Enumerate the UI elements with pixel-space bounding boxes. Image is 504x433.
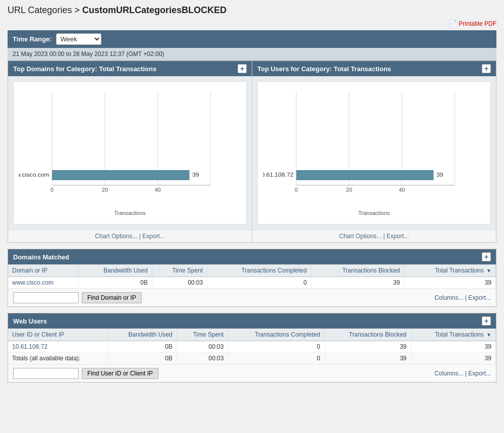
web-users-header: Web Users + — [8, 313, 496, 329]
totals-label-cell: Totals (all available data): — [8, 353, 108, 364]
totals-row: Totals (all available data): 0B 00:03 0 … — [8, 353, 496, 364]
table-row: 10.61.108.72 0B 00:03 0 39 39 — [8, 341, 496, 353]
domains-find-right: Columns... | Export... — [434, 294, 491, 301]
top-domains-chart-options-bar: Chart Options... | Export... — [8, 230, 252, 242]
tx-blocked-cell: 39 — [311, 277, 405, 289]
users-col-time: Time Spent — [177, 329, 228, 341]
domains-col-tx-completed: Transactions Completed — [207, 264, 311, 277]
domains-col-total-tx[interactable]: Total Transactions ▼ — [404, 264, 495, 277]
totals-time-cell: 00:03 — [177, 353, 228, 364]
domains-col-time: Time Spent — [152, 264, 207, 277]
svg-text:www.cisco.com: www.cisco.com — [19, 172, 49, 177]
svg-text:20: 20 — [346, 187, 352, 192]
user-link[interactable]: 10.61.108.72 — [12, 343, 47, 350]
svg-text:40: 40 — [399, 187, 405, 192]
page-title: URL Categories > CustomURLCategoriesBLOC… — [8, 5, 496, 16]
table-row: www.cisco.com 0B 00:03 0 39 39 — [8, 277, 496, 289]
date-range-bar: 21 May 2023 00:00 to 28 May 2023 12:37 (… — [8, 48, 496, 61]
svg-text:10.61.108.72: 10.61.108.72 — [263, 172, 294, 177]
top-domains-export-link[interactable]: Export... — [142, 233, 165, 240]
domains-matched-header: Domains Matched + — [8, 249, 496, 264]
users-col-tx-completed: Transactions Completed — [228, 329, 324, 341]
pdf-icon: 📄 — [449, 20, 457, 27]
top-users-chart-x-label: Transactions — [263, 208, 485, 219]
domains-col-bandwidth: Bandwidth Used — [78, 264, 152, 277]
time-range-label: Time Range: — [13, 35, 52, 43]
domains-find-left: Find Domain or IP — [13, 292, 142, 303]
time-range-bar: Time Range: Day Week Month Year — [8, 30, 496, 48]
users-find-bar: Find User ID or Client IP Columns... | E… — [8, 364, 496, 382]
domains-export-link[interactable]: Export... — [468, 294, 491, 301]
find-user-button[interactable]: Find User ID or Client IP — [82, 368, 158, 379]
sort-arrow-icon: ▼ — [486, 268, 491, 274]
top-users-chart-panel: Top Users for Category: Total Transactio… — [252, 61, 496, 242]
web-users-table: User ID or Client IP Bandwidth Used Time… — [8, 329, 496, 364]
domains-col-domain: Domain or IP — [8, 264, 78, 277]
users-col-tx-blocked: Transactions Blocked — [324, 329, 411, 341]
time-cell: 00:03 — [152, 277, 207, 289]
svg-text:40: 40 — [154, 187, 160, 192]
svg-text:0: 0 — [50, 187, 53, 192]
svg-text:0: 0 — [295, 187, 298, 192]
top-users-chart-header: Top Users for Category: Total Transactio… — [252, 61, 496, 76]
domain-link[interactable]: www.cisco.com — [12, 279, 53, 286]
top-domains-chart-svg: www.cisco.com 39 0 20 40 — [19, 87, 241, 208]
top-users-chart-inner: 10.61.108.72 39 0 20 40 — [263, 87, 485, 208]
total-tx-cell: 39 — [404, 277, 495, 289]
web-users-section: Web Users + User ID or Client IP Bandwid… — [8, 313, 496, 383]
totals-tx-blocked-cell: 39 — [324, 353, 411, 364]
user-cell: 10.61.108.72 — [8, 341, 108, 353]
top-users-chart-area: 10.61.108.72 39 0 20 40 Transactions — [257, 81, 491, 225]
user-bandwidth-cell: 0B — [108, 341, 177, 353]
domain-cell: www.cisco.com — [8, 277, 78, 289]
find-domain-input[interactable] — [13, 292, 79, 303]
user-tx-blocked-cell: 39 — [324, 341, 411, 353]
tx-completed-cell: 0 — [207, 277, 311, 289]
top-users-export-link[interactable]: Export... — [386, 233, 409, 240]
top-users-chart-options-link[interactable]: Chart Options... — [339, 233, 381, 240]
web-users-expand-button[interactable]: + — [482, 316, 491, 326]
users-col-user: User ID or Client IP — [8, 329, 108, 341]
printable-pdf-link[interactable]: Printable PDF — [459, 20, 496, 27]
find-domain-button[interactable]: Find Domain or IP — [82, 292, 142, 303]
svg-rect-15 — [296, 170, 433, 180]
charts-section: Top Domains for Category: Total Transact… — [8, 61, 496, 243]
bandwidth-cell: 0B — [78, 277, 152, 289]
top-domains-chart-x-label: Transactions — [19, 208, 241, 219]
printable-pdf-bar: 📄 Printable PDF — [8, 20, 496, 27]
users-col-bandwidth: Bandwidth Used — [108, 329, 177, 341]
user-time-cell: 00:03 — [177, 341, 228, 353]
top-domains-chart-inner: www.cisco.com 39 0 20 40 — [19, 87, 241, 208]
top-domains-chart-area: www.cisco.com 39 0 20 40 Transactions — [13, 81, 247, 225]
svg-text:20: 20 — [102, 187, 108, 192]
svg-text:39: 39 — [436, 172, 443, 177]
time-range-select[interactable]: Day Week Month Year — [56, 33, 101, 45]
users-find-left: Find User ID or Client IP — [13, 368, 158, 379]
top-domains-expand-button[interactable]: + — [238, 64, 247, 73]
domains-columns-link[interactable]: Columns... — [434, 294, 463, 301]
top-domains-chart-options-link[interactable]: Chart Options... — [95, 233, 137, 240]
svg-text:39: 39 — [192, 172, 199, 177]
domains-matched-expand-button[interactable]: + — [482, 252, 491, 261]
domains-col-tx-blocked: Transactions Blocked — [311, 264, 405, 277]
users-find-right: Columns... | Export... — [434, 370, 491, 377]
totals-tx-completed-cell: 0 — [228, 353, 324, 364]
find-user-input[interactable] — [13, 368, 79, 379]
top-users-expand-button[interactable]: + — [482, 64, 491, 73]
top-domains-chart-panel: Top Domains for Category: Total Transact… — [8, 61, 252, 242]
domains-table: Domain or IP Bandwidth Used Time Spent T… — [8, 264, 496, 289]
user-tx-completed-cell: 0 — [228, 341, 324, 353]
users-columns-link[interactable]: Columns... — [434, 370, 463, 377]
top-users-chart-options-bar: Chart Options... | Export... — [252, 230, 496, 242]
svg-rect-4 — [52, 170, 189, 180]
domains-find-bar: Find Domain or IP Columns... | Export... — [8, 289, 496, 306]
user-total-tx-cell: 39 — [411, 341, 495, 353]
domains-matched-section: Domains Matched + Domain or IP Bandwidth… — [8, 249, 496, 307]
sort-arrow-icon-users: ▼ — [486, 332, 491, 338]
users-col-total-tx[interactable]: Total Transactions ▼ — [411, 329, 495, 341]
top-users-chart-svg: 10.61.108.72 39 0 20 40 — [263, 87, 485, 208]
top-domains-chart-header: Top Domains for Category: Total Transact… — [8, 61, 252, 76]
users-export-link[interactable]: Export... — [468, 370, 491, 377]
totals-bandwidth-cell: 0B — [108, 353, 177, 364]
totals-total-tx-cell: 39 — [411, 353, 495, 364]
